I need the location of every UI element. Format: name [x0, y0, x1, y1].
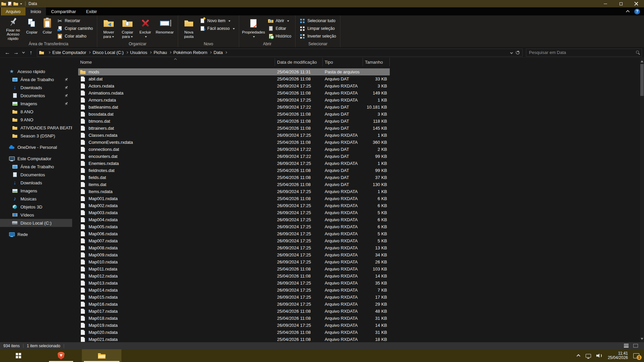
sidebar-item[interactable]: Downloads: [0, 83, 72, 92]
taskbar-brave-button[interactable]: [47, 349, 75, 362]
sidebar-item[interactable]: Acesso rápido: [0, 67, 72, 75]
table-row[interactable]: Armors.rxdata 26/09/2024 17:25 Arquivo R…: [78, 97, 390, 104]
new-folder-qat-icon[interactable]: [13, 2, 18, 6]
details-view-icon[interactable]: [624, 344, 629, 348]
address-bar[interactable]: Este Computador Disco Local (C:) Usuário…: [37, 49, 523, 57]
breadcrumb-item[interactable]: Data: [214, 50, 223, 55]
table-row[interactable]: fieldnotes.dat 25/04/2026 11:08 Arquivo …: [78, 167, 390, 174]
clear-selection-button[interactable]: Limpar seleção: [298, 25, 337, 32]
table-row[interactable]: Enemies.rxdata 26/09/2024 17:25 Arquivo …: [78, 160, 390, 167]
table-row[interactable]: fields.dat 25/04/2026 11:08 Arquivo DAT …: [78, 174, 390, 181]
sidebar-item[interactable]: Imagens: [0, 187, 72, 195]
table-row[interactable]: Map013.rxdata 26/09/2024 17:25 Arquivo R…: [78, 280, 390, 287]
table-row[interactable]: mods 25/04/2026 11:31 Pasta de arquivos: [78, 68, 390, 75]
table-row[interactable]: Classes.rxdata 26/09/2024 17:25 Arquivo …: [78, 132, 390, 139]
table-row[interactable]: battleanims.dat 26/09/2024 17:22 Arquivo…: [78, 104, 390, 111]
table-row[interactable]: Animations.rxdata 25/04/2026 11:08 Arqui…: [78, 89, 390, 97]
table-row[interactable]: CommonEvents.rxdata 25/04/2026 11:08 Arq…: [78, 139, 390, 146]
table-row[interactable]: connections.dat 26/09/2024 17:22 Arquivo…: [78, 146, 390, 153]
close-button[interactable]: [629, 0, 644, 7]
taskbar-explorer-button[interactable]: [82, 349, 121, 362]
copy-to-button[interactable]: Copiar para: [118, 16, 137, 41]
thumbnails-view-icon[interactable]: [633, 344, 638, 348]
sidebar-item[interactable]: Disco Local (C:): [0, 219, 72, 227]
delete-button[interactable]: Excluir: [137, 16, 154, 41]
minimize-button[interactable]: [598, 0, 613, 7]
move-to-button[interactable]: Mover para: [99, 16, 118, 41]
column-header-date[interactable]: Data de modificação: [275, 58, 323, 66]
tray-overflow-chevron-icon[interactable]: [577, 354, 580, 358]
select-all-button[interactable]: Selecionar tudo: [298, 17, 337, 24]
table-row[interactable]: bttrainers.dat 25/04/2026 11:08 Arquivo …: [78, 125, 390, 132]
sidebar-item[interactable]: OneDrive - Personal: [0, 143, 72, 151]
breadcrumb-item[interactable]: Pichau: [154, 50, 167, 55]
table-row[interactable]: Map017.rxdata 25/04/2026 11:08 Arquivo R…: [78, 308, 390, 315]
customize-qat-chevron-icon[interactable]: [20, 3, 22, 6]
paste-shortcut-button[interactable]: Colar atalho: [56, 33, 94, 40]
back-button[interactable]: ←: [3, 49, 11, 57]
table-row[interactable]: Map004.rxdata 26/09/2024 17:25 Arquivo R…: [78, 216, 390, 223]
table-row[interactable]: Map018.rxdata 25/04/2026 11:08 Arquivo R…: [78, 315, 390, 322]
table-row[interactable]: Map016.rxdata 26/09/2024 17:25 Arquivo R…: [78, 301, 390, 308]
breadcrumb-item[interactable]: Pokémon Reborn: [173, 50, 207, 55]
table-row[interactable]: Map010.rxdata 26/09/2024 17:25 Arquivo R…: [78, 258, 390, 265]
table-row[interactable]: Map019.rxdata 26/09/2024 17:25 Arquivo R…: [78, 322, 390, 329]
paste-button[interactable]: Colar: [40, 16, 55, 41]
refresh-icon[interactable]: [516, 51, 520, 54]
clock[interactable]: 11:41 25/04/2026: [608, 351, 628, 360]
copy-path-button[interactable]: Copiar caminho: [56, 25, 94, 32]
breadcrumb-item[interactable]: Este Computador: [52, 50, 86, 55]
table-row[interactable]: items.dat 25/04/2026 11:08 Arquivo DAT 1…: [78, 181, 390, 188]
vertical-scrollbar[interactable]: [640, 58, 644, 342]
easy-access-button[interactable]: Fácil acesso: [198, 25, 236, 32]
scrollbar-thumb[interactable]: [640, 64, 644, 96]
invert-selection-button[interactable]: Inverter seleção: [298, 33, 337, 40]
tab-view[interactable]: Exibir: [81, 7, 102, 15]
help-icon[interactable]: ?: [634, 9, 640, 14]
properties-button[interactable]: Propriedades: [241, 16, 266, 41]
sidebar-item[interactable]: Documentos: [0, 171, 72, 179]
tab-share[interactable]: Compartilhar: [46, 7, 81, 15]
sidebar-item[interactable]: Área de Trabalho: [0, 75, 72, 83]
rename-button[interactable]: Renomear: [154, 16, 176, 41]
breadcrumb-item[interactable]: Usuários: [130, 50, 147, 55]
sidebar-item[interactable]: Imagens: [0, 100, 72, 108]
open-button[interactable]: Abrir: [267, 17, 293, 24]
sidebar-item[interactable]: Músicas: [0, 195, 72, 203]
table-row[interactable]: Map014.rxdata 26/09/2024 17:25 Arquivo R…: [78, 287, 390, 294]
new-folder-button[interactable]: Nova pasta: [180, 16, 198, 41]
column-header-size[interactable]: Tamanho: [363, 58, 390, 66]
scroll-up-icon[interactable]: [641, 60, 643, 62]
table-row[interactable]: Map009.rxdata 26/09/2024 17:25 Arquivo R…: [78, 251, 390, 258]
table-row[interactable]: Actors.rxdata 26/09/2024 17:25 Arquivo R…: [78, 82, 390, 89]
sidebar-item[interactable]: Downloads: [0, 179, 72, 187]
sidebar-item[interactable]: Documentos: [0, 92, 72, 100]
sidebar-item[interactable]: Rede: [0, 230, 72, 238]
edit-button[interactable]: Editar: [267, 25, 293, 32]
sidebar-item[interactable]: Área de Trabalho: [0, 163, 72, 171]
table-row[interactable]: Map015.rxdata 26/09/2024 17:25 Arquivo R…: [78, 294, 390, 301]
table-row[interactable]: Map008.rxdata 26/09/2024 17:25 Arquivo R…: [78, 244, 390, 251]
history-button[interactable]: Histórico: [267, 33, 293, 40]
forward-button[interactable]: →: [12, 49, 20, 57]
search-input[interactable]: [526, 50, 642, 55]
new-item-button[interactable]: Novo item: [198, 17, 236, 24]
table-row[interactable]: abil.dat 25/04/2026 11:08 Arquivo DAT 33…: [78, 75, 390, 82]
sidebar-item[interactable]: Este Computador: [0, 155, 72, 163]
table-row[interactable]: Map003.rxdata 26/09/2024 17:25 Arquivo R…: [78, 209, 390, 216]
volume-icon[interactable]: [596, 353, 602, 358]
scroll-down-icon[interactable]: [641, 338, 643, 341]
cut-button[interactable]: ✂ Recortar: [56, 17, 94, 24]
network-icon[interactable]: [586, 354, 591, 358]
breadcrumb-item[interactable]: Disco Local (C:): [93, 50, 123, 55]
tab-file[interactable]: Arquivo: [1, 7, 25, 15]
table-row[interactable]: btmons.dat 25/04/2026 11:08 Arquivo DAT …: [78, 118, 390, 125]
table-row[interactable]: Map011.rxdata 25/04/2026 11:08 Arquivo R…: [78, 265, 390, 273]
copy-button[interactable]: Copiar: [24, 16, 40, 41]
recent-locations-chevron-icon[interactable]: [21, 49, 26, 57]
properties-qat-icon[interactable]: [8, 2, 11, 6]
sidebar-item[interactable]: 9 ANO: [0, 116, 72, 124]
table-row[interactable]: Map002.rxdata 26/09/2024 17:25 Arquivo R…: [78, 202, 390, 209]
up-button[interactable]: ↑: [27, 49, 35, 57]
restore-button[interactable]: [613, 0, 629, 7]
